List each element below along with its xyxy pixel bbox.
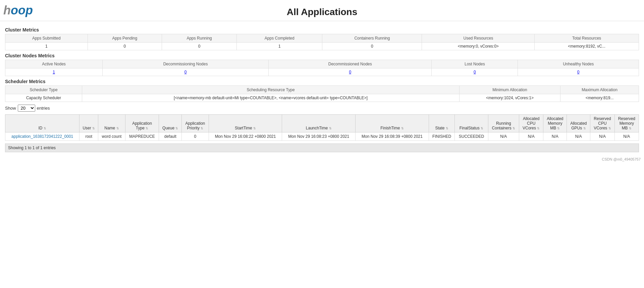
logo: hoop [3, 3, 33, 17]
col-active-nodes: Active Nodes [5, 60, 103, 68]
cell-alloc-gpus: N/A [567, 132, 590, 141]
active-nodes-link[interactable]: 1 [53, 70, 55, 74]
sort-state-icon: ⇅ [446, 127, 448, 130]
col-lost-nodes: Lost Nodes [432, 60, 518, 68]
th-queue[interactable]: Queue ⇅ [159, 115, 182, 132]
cell-user: root [79, 132, 98, 141]
entries-select[interactable]: 10 20 50 100 [18, 105, 35, 112]
logo-h: h [3, 3, 11, 17]
val-minimum-allocation: <memory:1024, vCores:1> [460, 94, 560, 102]
sort-allocgpus-icon: ⇅ [583, 127, 586, 130]
sort-starttime-icon: ⇅ [253, 127, 256, 130]
val-total-resources: <memory:8192, vC... [535, 43, 639, 50]
sort-finishtime-icon: ⇅ [401, 127, 404, 130]
scheduler-metrics-table: Scheduler Type Scheduling Resource Type … [5, 85, 639, 102]
decommissioning-nodes-link[interactable]: 0 [184, 70, 187, 74]
sort-allocmem-icon: ⇅ [557, 127, 560, 130]
sort-rescpu-icon: ⇅ [608, 127, 611, 130]
cell-alloc-cpu: N/A [519, 132, 543, 141]
cell-launch-time: Mon Nov 29 16:08:23 +0800 2021 [282, 132, 356, 141]
cluster-metrics-table: Apps Submitted Apps Pending Apps Running… [5, 34, 639, 50]
main-content: Cluster Metrics Apps Submitted Apps Pend… [0, 21, 644, 156]
th-reserved-cpu[interactable]: ReservedCPUVCores ⇅ [590, 115, 614, 132]
th-alloc-cpu[interactable]: AllocatedCPUVCores ⇅ [519, 115, 543, 132]
val-maximum-allocation: <memory:819... [560, 94, 639, 102]
val-scheduling-resource-type: [<name=memory-mb default-unit=Mi type=CO… [82, 94, 459, 102]
cluster-nodes-title: Cluster Nodes Metrics [5, 53, 639, 58]
cell-final-status: SUCCEEDED [455, 132, 488, 141]
unhealthy-nodes-link[interactable]: 0 [577, 70, 580, 74]
col-apps-completed: Apps Completed [237, 34, 322, 43]
th-state[interactable]: State ⇅ [429, 115, 454, 132]
lost-nodes-link[interactable]: 0 [474, 70, 476, 74]
th-alloc-gpus[interactable]: AllocatedGPUs ⇅ [567, 115, 590, 132]
cell-app-type: MAPREDUCE [125, 132, 159, 141]
th-app-type[interactable]: ApplicationType ⇅ [125, 115, 159, 132]
th-alloc-memory[interactable]: AllocatedMemoryMB ⇅ [543, 115, 567, 132]
cell-id: application_1638172041222_0001 [5, 132, 79, 141]
cell-reserved-cpu: N/A [590, 132, 614, 141]
sort-containers-icon: ⇅ [513, 127, 515, 130]
col-containers-running: Containers Running [322, 34, 422, 43]
scheduler-metrics-title: Scheduler Metrics [5, 79, 639, 84]
th-launch-time[interactable]: LaunchTime ⇅ [282, 115, 356, 132]
col-scheduling-resource-type: Scheduling Resource Type [82, 86, 459, 94]
col-unhealthy-nodes: Unhealthy Nodes [518, 60, 639, 68]
th-running-containers[interactable]: RunningContainers ⇅ [488, 115, 519, 132]
col-apps-submitted: Apps Submitted [5, 34, 88, 43]
sort-resmem-icon: ⇅ [629, 127, 632, 130]
sort-launchtime-icon: ⇅ [329, 127, 332, 130]
th-final-status[interactable]: FinalStatus ⇅ [455, 115, 488, 132]
val-lost-nodes: 0 [432, 68, 518, 76]
cluster-metrics-title: Cluster Metrics [5, 27, 639, 33]
val-unhealthy-nodes: 0 [518, 68, 639, 76]
cell-priority: 0 [182, 132, 209, 141]
th-id[interactable]: ID ⇅ [5, 115, 79, 132]
cell-alloc-memory: N/A [543, 132, 567, 141]
cell-name: word count [98, 132, 125, 141]
th-finish-time[interactable]: FinishTime ⇅ [356, 115, 429, 132]
col-minimum-allocation: Minimum Allocation [460, 86, 560, 94]
sort-priority-icon: ⇅ [201, 127, 203, 130]
col-scheduler-type: Scheduler Type [5, 86, 82, 94]
showing-entries: Showing 1 to 1 of 1 entries [5, 143, 639, 152]
val-apps-running: 0 [162, 43, 237, 50]
decommissioned-nodes-link[interactable]: 0 [349, 70, 351, 74]
cell-queue: default [159, 132, 182, 141]
val-scheduler-type: Capacity Scheduler [5, 94, 82, 102]
val-used-resources: <memory:0, vCores:0> [422, 43, 535, 50]
val-apps-completed: 1 [237, 43, 322, 50]
col-apps-running: Apps Running [162, 34, 237, 43]
cell-finish-time: Mon Nov 29 16:08:39 +0800 2021 [356, 132, 429, 141]
col-used-resources: Used Resources [422, 34, 535, 43]
show-entries-control: Show 10 20 50 100 entries [5, 105, 639, 112]
cell-state: FINISHED [429, 132, 454, 141]
logo-oop: oop [11, 3, 33, 17]
th-user[interactable]: User ⇅ [79, 115, 98, 132]
val-decommissioning-nodes: 0 [103, 68, 269, 76]
val-active-nodes: 1 [5, 68, 103, 76]
cluster-nodes-table: Active Nodes Decommissioning Nodes Decom… [5, 60, 639, 76]
sort-apptype-icon: ⇅ [146, 127, 148, 130]
sort-queue-icon: ⇅ [175, 127, 178, 130]
page-title: All Applications [0, 7, 644, 17]
th-name[interactable]: Name ⇅ [98, 115, 125, 132]
col-maximum-allocation: Maximum Allocation [560, 86, 639, 94]
sort-name-icon: ⇅ [116, 127, 119, 130]
val-apps-submitted: 1 [5, 43, 88, 50]
applications-table: ID ⇅ User ⇅ Name ⇅ ApplicationType ⇅ Que… [5, 114, 639, 141]
footer: CSDN @m0_49405757 [0, 156, 644, 163]
col-decommissioned-nodes: Decommissioned Nodes [269, 60, 432, 68]
table-row: application_1638172041222_0001 root word… [5, 132, 639, 141]
cell-start-time: Mon Nov 29 16:08:22 +0800 2021 [209, 132, 282, 141]
sort-user-icon: ⇅ [92, 127, 95, 130]
th-start-time[interactable]: StartTime ⇅ [209, 115, 282, 132]
entries-label: entries [37, 106, 50, 111]
th-priority[interactable]: ApplicationPriority ⇅ [182, 115, 209, 132]
sort-alloccpu-icon: ⇅ [537, 127, 540, 130]
col-apps-pending: Apps Pending [88, 34, 162, 43]
sort-finalstatus-icon: ⇅ [481, 127, 483, 130]
val-decommissioned-nodes: 0 [269, 68, 432, 76]
th-reserved-memory[interactable]: ReservedMemoryMB ⇅ [614, 115, 639, 132]
app-id-link[interactable]: application_1638172041222_0001 [11, 134, 73, 139]
